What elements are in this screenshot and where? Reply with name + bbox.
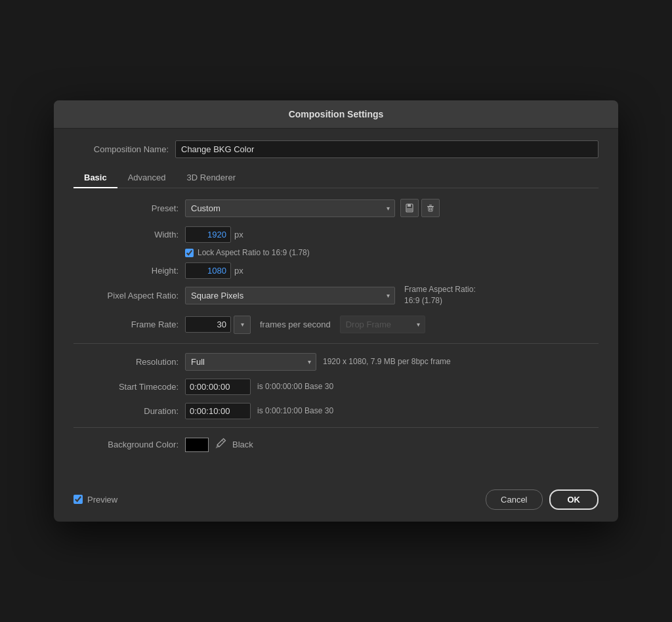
preview-checkbox-label[interactable]: Preview [74,495,117,505]
frame-rate-row: Frame Rate: ▾ frames per second Drop Fra… [74,316,598,334]
width-input[interactable] [185,226,231,243]
ok-button[interactable]: OK [549,489,599,510]
frame-aspect-value: 16:9 (1.78) [404,296,442,305]
divider-2 [74,427,598,428]
comp-name-row: Composition Name: [74,140,598,158]
height-input[interactable] [185,262,231,279]
footer-buttons: Cancel OK [486,489,598,510]
resolution-row: Resolution: Full Half Third Quarter ▾ 19… [74,353,598,371]
dialog-title: Composition Settings [289,109,384,119]
preview-checkbox[interactable] [74,495,83,504]
frame-aspect-label: Frame Aspect Ratio: [404,285,476,294]
eyedropper-icon[interactable] [214,437,227,453]
basic-tab-content: Preset: Custom ▾ [74,199,598,467]
bg-color-swatch[interactable] [185,438,209,452]
frame-aspect-box: Frame Aspect Ratio: 16:9 (1.78) [404,284,476,306]
fps-label: frames per second [260,320,331,329]
frame-rate-label: Frame Rate: [74,320,178,329]
cancel-button[interactable]: Cancel [486,489,542,510]
height-unit: px [234,266,243,276]
height-label: Height: [74,266,178,276]
drop-frame-select[interactable]: Drop Frame [340,316,425,333]
preset-select-wrapper: Custom ▾ [185,199,395,217]
start-timecode-input[interactable] [185,379,251,395]
fps-chevron-btn[interactable]: ▾ [234,316,251,334]
par-row: Pixel Aspect Ratio: Square Pixels ▾ Fram… [74,284,598,306]
start-timecode-info: is 0:00:00:00 Base 30 [257,382,333,391]
svg-rect-2 [407,208,412,211]
bg-color-name: Black [232,440,253,449]
par-select[interactable]: Square Pixels [185,287,395,304]
start-timecode-row: Start Timecode: is 0:00:00:00 Base 30 [74,379,598,395]
tab-advanced[interactable]: Advanced [117,169,177,188]
par-select-wrapper: Square Pixels ▾ [185,287,395,304]
tabs: Basic Advanced 3D Renderer [74,169,598,188]
dialog-body: Composition Name: Basic Advanced 3D Rend… [54,129,618,467]
svg-rect-4 [429,205,432,205]
preview-label: Preview [87,495,117,505]
bg-color-label: Background Color: [74,440,178,449]
tab-3d-renderer[interactable]: 3D Renderer [177,169,246,188]
divider-1 [74,343,598,344]
delete-preset-button[interactable] [421,199,440,217]
resolution-select[interactable]: Full Half Third Quarter [185,353,316,371]
duration-row: Duration: is 0:00:10:00 Base 30 [74,403,598,419]
preset-label: Preset: [74,203,178,213]
height-row: Height: px [74,262,598,279]
lock-aspect-checkbox[interactable] [185,249,194,257]
lock-aspect-label[interactable]: Lock Aspect Ratio to 16:9 (1.78) [185,248,310,257]
width-row: Width: px [74,226,598,243]
drop-frame-wrapper: Drop Frame ▾ [340,316,425,333]
preset-buttons [400,199,440,217]
svg-line-8 [222,440,224,442]
duration-input[interactable] [185,403,251,419]
resolution-select-wrapper: Full Half Third Quarter ▾ [185,353,316,371]
preset-row: Preset: Custom ▾ [74,199,598,217]
par-label: Pixel Aspect Ratio: [74,291,178,301]
resolution-info: 1920 x 1080, 7.9 MB per 8bpc frame [323,357,451,366]
svg-rect-1 [408,204,411,207]
comp-name-label: Composition Name: [74,144,169,154]
dialog-titlebar: Composition Settings [54,100,618,129]
comp-name-input[interactable] [175,140,598,158]
duration-info: is 0:00:10:00 Base 30 [257,406,333,415]
tab-basic[interactable]: Basic [74,169,117,188]
save-preset-button[interactable] [400,199,419,217]
start-timecode-label: Start Timecode: [74,382,178,392]
lock-aspect-row: Lock Aspect Ratio to 16:9 (1.78) [185,248,598,257]
duration-label: Duration: [74,406,178,416]
resolution-label: Resolution: [74,357,178,367]
dialog-footer: Preview Cancel OK [54,480,618,522]
bg-color-row: Background Color: Black [74,437,598,453]
fps-chevron-wrapper[interactable]: ▾ [234,316,251,334]
width-label: Width: [74,230,178,239]
composition-settings-dialog: Composition Settings Composition Name: B… [54,100,618,522]
preset-select[interactable]: Custom [185,199,395,217]
width-unit: px [234,230,243,239]
frame-rate-input[interactable] [185,316,231,333]
